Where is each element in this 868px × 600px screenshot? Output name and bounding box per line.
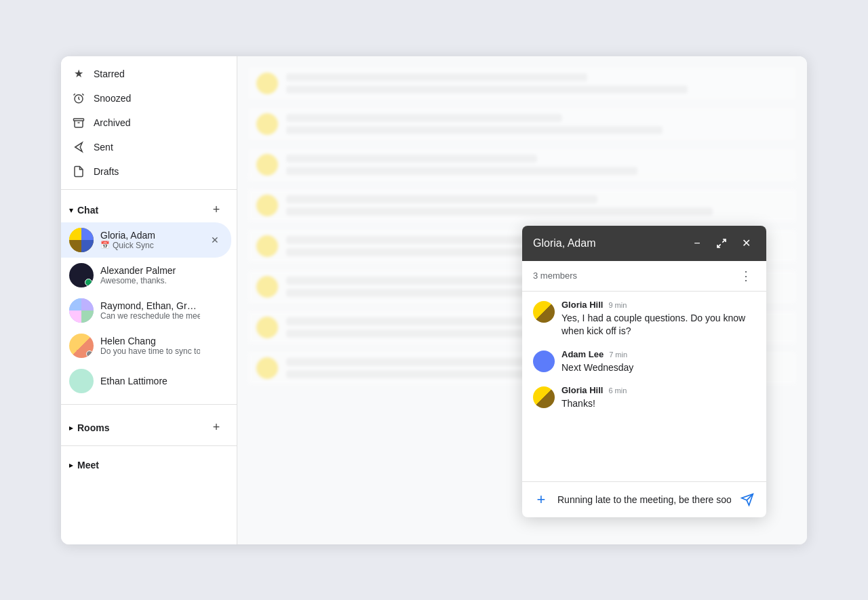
popup-header-actions: − ✕ <box>688 234 755 253</box>
message-time: 6 min <box>608 386 627 395</box>
chat-name: Raymond, Ethan, Gregory <box>100 300 200 311</box>
chevron-right-icon: ▸ <box>69 423 73 433</box>
chat-item-ethan[interactable]: Ethan Lattimore ✕ <box>61 363 231 399</box>
sidebar: ★ Starred Snoozed Archived Sent Drafts <box>61 56 237 544</box>
chat-preview: Can we reschedule the meeti... <box>100 311 200 321</box>
chat-messages: Gloria Hill 9 min Yes, I had a couple qu… <box>522 292 766 481</box>
chat-item-helen[interactable]: Helen Chang Do you have time to sync tom… <box>61 328 231 363</box>
meet-section-header: ▸ Meet <box>61 454 237 473</box>
chat-info-ethan: Ethan Lattimore <box>100 376 200 386</box>
chat-info-helen: Helen Chang Do you have time to sync tom… <box>100 336 200 356</box>
chat-info-gloria-adam: Gloria, Adam 📅 Quick Sync <box>100 230 200 250</box>
message-content-3: Gloria Hill 6 min Thanks! <box>561 385 755 411</box>
message-sender: Gloria Hill <box>561 385 603 395</box>
sidebar-item-label: Archived <box>94 117 130 128</box>
avatar-helen <box>69 334 94 358</box>
star-icon: ★ <box>72 67 85 81</box>
chat-info-alexander: Alexander Palmer Awesome, thanks. <box>100 265 200 285</box>
popup-header: Gloria, Adam − ✕ <box>522 226 766 261</box>
chat-name: Gloria, Adam <box>100 230 200 241</box>
divider <box>61 404 237 405</box>
close-popup-button[interactable]: ✕ <box>736 234 755 253</box>
message-time: 9 min <box>608 301 627 309</box>
chat-section-header: ▾ Chat + <box>61 195 237 222</box>
rooms-section-toggle[interactable]: ▸ Rooms <box>69 422 109 433</box>
chevron-right-icon: ▸ <box>69 460 73 470</box>
send-button[interactable] <box>736 489 758 511</box>
sidebar-item-label: Drafts <box>94 166 119 177</box>
message-header-1: Gloria Hill 9 min <box>561 300 755 310</box>
sidebar-item-label: Snoozed <box>94 93 131 104</box>
message-avatar-gloria-2 <box>533 386 555 408</box>
message-header-2: Adam Lee 7 min <box>561 349 755 359</box>
message-sender: Gloria Hill <box>561 300 603 310</box>
message-time: 7 min <box>609 351 627 359</box>
add-chat-button[interactable]: + <box>207 201 226 220</box>
sidebar-item-label: Sent <box>94 142 113 153</box>
chat-item-alexander[interactable]: Alexander Palmer Awesome, thanks. ✕ <box>61 258 231 293</box>
clock-icon <box>72 92 85 105</box>
message-text: Yes, I had a couple questions. Do you kn… <box>561 312 755 338</box>
chat-section-title: Chat <box>77 205 98 216</box>
sidebar-item-sent[interactable]: Sent <box>61 135 231 159</box>
message-avatar-gloria <box>533 301 555 323</box>
chat-preview: Awesome, thanks. <box>100 276 200 285</box>
chat-preview: Do you have time to sync tom... <box>100 346 200 356</box>
message-avatar-adam <box>533 351 555 372</box>
meet-section-toggle[interactable]: ▸ Meet <box>69 460 99 471</box>
sidebar-item-archived[interactable]: Archived <box>61 111 231 135</box>
main-content: Gloria, Adam − ✕ 3 members ⋮ <box>237 56 807 544</box>
message-group-2: Adam Lee 7 min Next Wednesday <box>533 349 755 375</box>
drafts-icon <box>72 165 85 178</box>
chat-input[interactable] <box>557 494 731 505</box>
add-room-button[interactable]: + <box>207 418 226 437</box>
message-group-3: Gloria Hill 6 min Thanks! <box>533 385 755 411</box>
close-chat-button[interactable]: ✕ <box>207 232 223 248</box>
message-group-1: Gloria Hill 9 min Yes, I had a couple qu… <box>533 300 755 338</box>
more-options-button[interactable]: ⋮ <box>736 266 755 285</box>
chat-item-gloria-adam[interactable]: Gloria, Adam 📅 Quick Sync ✕ <box>61 222 231 258</box>
chat-name: Ethan Lattimore <box>100 376 200 386</box>
chat-input-area: + <box>522 481 766 517</box>
avatar-ethan <box>69 369 94 393</box>
send-icon <box>72 140 85 154</box>
chat-info-raymond: Raymond, Ethan, Gregory Can we reschedul… <box>100 300 200 321</box>
chat-item-raymond[interactable]: Raymond, Ethan, Gregory Can we reschedul… <box>61 293 231 328</box>
message-sender: Adam Lee <box>561 349 604 359</box>
avatar-gloria-adam <box>69 228 94 252</box>
message-content-1: Gloria Hill 9 min Yes, I had a couple qu… <box>561 300 755 338</box>
chat-popup: Gloria, Adam − ✕ 3 members ⋮ <box>522 226 766 517</box>
calendar-icon: 📅 <box>100 241 110 249</box>
message-text: Next Wednesday <box>561 361 755 375</box>
sidebar-item-label: Starred <box>94 68 125 79</box>
popup-subheader: 3 members ⋮ <box>522 261 766 292</box>
message-content-2: Adam Lee 7 min Next Wednesday <box>561 349 755 375</box>
divider <box>61 189 237 190</box>
sidebar-item-snoozed[interactable]: Snoozed <box>61 86 231 111</box>
members-label: 3 members <box>533 271 577 281</box>
avatar-raymond <box>69 298 94 323</box>
divider <box>61 445 237 446</box>
chat-preview: 📅 Quick Sync <box>100 241 200 250</box>
add-attachment-button[interactable]: + <box>530 489 552 511</box>
chevron-down-icon: ▾ <box>69 205 73 215</box>
minimize-button[interactable]: − <box>688 234 707 253</box>
expand-button[interactable] <box>712 234 731 253</box>
message-header-3: Gloria Hill 6 min <box>561 385 755 395</box>
archive-icon <box>72 116 85 129</box>
chat-name: Helen Chang <box>100 336 200 346</box>
message-text: Thanks! <box>561 397 755 411</box>
popup-title: Gloria, Adam <box>533 237 595 249</box>
chat-section-toggle[interactable]: ▾ Chat <box>69 205 98 216</box>
meet-section-title: Meet <box>77 460 99 471</box>
rooms-section-title: Rooms <box>77 422 109 433</box>
rooms-section-header: ▸ Rooms + <box>61 413 237 440</box>
sidebar-item-starred[interactable]: ★ Starred <box>61 62 231 86</box>
svg-rect-1 <box>74 119 84 121</box>
sidebar-item-drafts[interactable]: Drafts <box>61 159 231 184</box>
avatar-alexander <box>69 263 94 287</box>
chat-name: Alexander Palmer <box>100 265 200 276</box>
